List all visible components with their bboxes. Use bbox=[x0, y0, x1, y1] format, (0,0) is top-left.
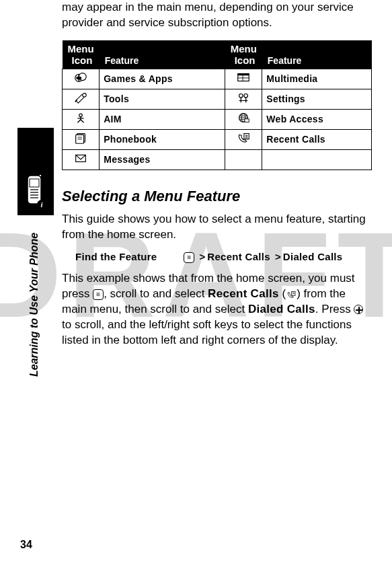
th-feature-left: Feature bbox=[105, 55, 139, 66]
th-feature-right: Feature bbox=[268, 55, 302, 66]
phonebook-label: Phonebook bbox=[100, 129, 225, 149]
aim-icon bbox=[63, 109, 100, 129]
table-row: Games & Apps Multimedia bbox=[63, 69, 372, 89]
text-fragment: to scroll, and the left/right soft keys … bbox=[62, 318, 352, 346]
chapter-side-label: Learning to Use Your Phone bbox=[28, 233, 40, 377]
web-access-label: Web Access bbox=[262, 109, 372, 129]
path-step-2: Dialed Calls bbox=[283, 251, 343, 262]
text-fragment: , scroll to and select bbox=[104, 287, 208, 300]
games-apps-label: Games & Apps bbox=[100, 69, 225, 89]
games-apps-icon bbox=[63, 69, 100, 89]
svg-rect-1 bbox=[30, 179, 39, 187]
recent-calls-inline-icon bbox=[286, 289, 297, 300]
menu-icon-table: Menu Icon Feature Menu Icon Feature bbox=[62, 40, 372, 170]
text-fragment: ( bbox=[279, 287, 286, 300]
page-number: 34 bbox=[20, 539, 32, 551]
guide-intro-paragraph: This guide shows you how to select a men… bbox=[62, 212, 372, 243]
multimedia-label: Multimedia bbox=[262, 69, 372, 89]
recent-calls-label: Recent Calls bbox=[262, 129, 372, 149]
svg-point-18 bbox=[239, 93, 243, 98]
phone-info-icon: i bbox=[24, 175, 47, 210]
tools-label: Tools bbox=[100, 89, 225, 109]
find-feature-row: Find the Feature ≡ >Recent Calls >Dialed… bbox=[75, 251, 372, 263]
menu-key-icon: ≡ bbox=[93, 289, 104, 300]
messages-label: Messages bbox=[100, 149, 225, 170]
dialed-calls-inline: Dialed Calls bbox=[248, 303, 315, 315]
settings-label: Settings bbox=[262, 89, 372, 109]
th-menu-right: Menu bbox=[231, 43, 257, 54]
svg-rect-12 bbox=[78, 75, 79, 81]
table-row: AIM Web Access bbox=[63, 109, 372, 129]
recent-calls-icon bbox=[225, 129, 262, 149]
table-row: Phonebook Recent Calls bbox=[63, 129, 372, 149]
table-row: Messages bbox=[63, 149, 372, 170]
web-access-icon bbox=[225, 109, 262, 129]
settings-icon bbox=[225, 89, 262, 109]
empty-icon bbox=[225, 149, 262, 170]
text-fragment: . Press bbox=[315, 303, 354, 315]
svg-point-20 bbox=[244, 93, 248, 98]
section-heading: Selecting a Menu Feature bbox=[62, 188, 372, 205]
svg-rect-34 bbox=[244, 133, 249, 139]
table-row: Tools Settings bbox=[63, 89, 372, 109]
aim-label: AIM bbox=[100, 109, 225, 129]
phonebook-icon bbox=[63, 129, 100, 149]
example-paragraph: This example shows that from the home sc… bbox=[62, 271, 372, 348]
find-feature-label: Find the Feature bbox=[75, 251, 157, 262]
svg-point-17 bbox=[83, 93, 87, 97]
th-icon-right: Icon bbox=[231, 54, 257, 66]
recent-calls-inline: Recent Calls bbox=[208, 287, 279, 300]
svg-point-23 bbox=[79, 114, 83, 117]
empty-label bbox=[262, 149, 372, 170]
find-feature-path: ≡ >Recent Calls >Dialed Calls bbox=[184, 251, 342, 263]
nav-key-icon bbox=[354, 305, 363, 314]
th-icon-left: Icon bbox=[68, 54, 94, 66]
path-step-1: Recent Calls bbox=[207, 251, 270, 262]
tools-icon bbox=[63, 89, 100, 109]
menu-key-icon: ≡ bbox=[184, 252, 194, 263]
messages-icon bbox=[63, 149, 100, 170]
th-menu-left: Menu bbox=[68, 43, 94, 54]
multimedia-icon bbox=[225, 69, 262, 89]
intro-paragraph: may appear in the main menu, depending o… bbox=[62, 0, 372, 31]
side-tab: i bbox=[17, 128, 54, 215]
svg-rect-14 bbox=[238, 73, 249, 75]
svg-rect-29 bbox=[245, 119, 249, 122]
